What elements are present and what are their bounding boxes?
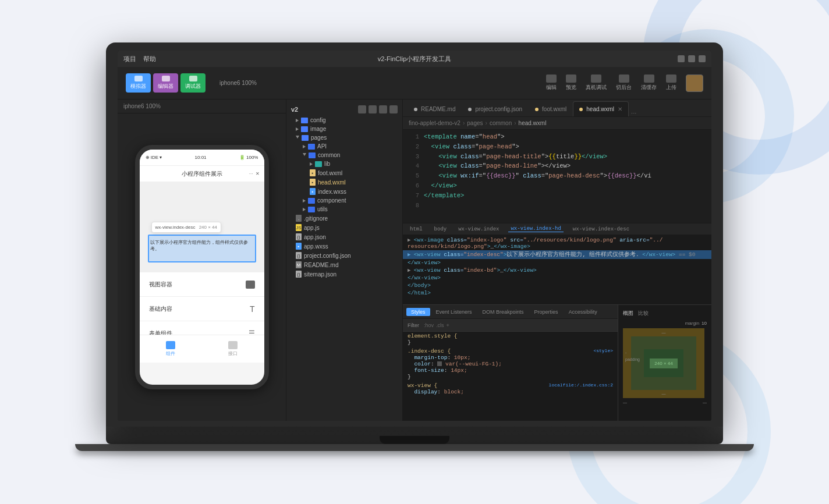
code-editor[interactable]: 1 <template name="head"> 2 <view class="… [403,130,711,223]
css-plus-btn[interactable]: + [447,322,449,328]
tree-file-app-js[interactable]: JS app.js [286,223,402,232]
tree-folder-pages[interactable]: pages [286,133,402,142]
tree-file-sitemap[interactable]: {} sitemap.json [286,269,402,279]
action-background[interactable]: 切后台 [616,74,632,91]
inspector-line-1[interactable]: ▶ <wx-image class="index-logo" src="../r… [403,236,711,250]
tree-file-readme[interactable]: M README.md [286,260,402,269]
tree-file-index-wxss[interactable]: ▪ index.wxss [286,187,402,196]
inspector-tab-index-desc[interactable]: wx-view.index-desc [571,226,632,232]
css-tab-accessibility[interactable]: Accessibility [564,308,602,316]
inspector-attr-desc-class: class [444,251,460,258]
maximize-button[interactable] [688,55,695,62]
tree-folder-component[interactable]: component [286,196,402,205]
action-clear-cache[interactable]: 清缓存 [641,74,657,91]
new-file-button[interactable] [358,105,366,113]
css-tab-styles[interactable]: Styles [406,308,430,316]
file-app-wxss-label: app.wxss [304,243,328,250]
inspector-tab-index-hd[interactable]: wx-view.index-hd [508,226,563,232]
phone-tab-components[interactable]: 组件 [140,335,202,363]
css-panel-tabs: Styles Event Listeners DOM Breakpoints P… [403,305,618,319]
inspector-tag-index-bd-close: </wx-view> [504,267,537,274]
mode-edit-button[interactable]: 编辑器 [153,73,178,93]
tag-view-4: <view [438,162,460,169]
refresh-button[interactable] [379,105,387,113]
inspector-close-body: </body> [408,282,431,289]
line-content-7: </template> [424,191,707,201]
preview-panel: iphone6 100% ⊕ IDE ▾ 10:01 🔋 100% 小程序组件展… [118,100,286,421]
phone-tab-api[interactable]: 接口 [202,335,264,363]
tree-file-gitignore[interactable]: . .gitignore [286,214,402,223]
template-bracket-close: }} [574,153,582,160]
inspector-line-desc[interactable]: ▶ <wx-view class="index-desc">以下展示小程序官方组… [403,250,711,259]
tree-file-app-wxss[interactable]: ▪ app.wxss [286,242,402,251]
inspector-line-4[interactable]: ▶ <wx-view class="index-bd">_</wx-view> [403,267,711,274]
phone-menu-item-2[interactable]: 基础内容 T [140,297,264,321]
folder-icon-component [308,198,315,204]
css-panel: Styles Event Listeners DOM Breakpoints P… [403,305,711,421]
css-source-link[interactable]: localfile:/.index.css:2 [549,382,613,388]
css-tab-event-listeners[interactable]: Event Listeners [431,308,477,316]
tab-head-wxml[interactable]: head.wxml ✕ [573,101,629,116]
action-preview[interactable]: 预览 [566,74,576,91]
user-avatar[interactable] [686,74,703,92]
file-gitignore-label: .gitignore [304,215,328,222]
tag-close-template: </template> [424,192,464,199]
css-tab-dom-breakpoints[interactable]: DOM Breakpoints [478,308,529,316]
close-button[interactable] [699,55,706,62]
inspector-close-html: </html> [408,290,431,296]
phone-close-icon[interactable]: ✕ [256,171,260,176]
tree-folder-utils[interactable]: utils [286,205,402,214]
mode-simulate-button[interactable]: 模拟器 [126,73,151,93]
tree-folder-config[interactable]: config [286,116,402,125]
tab-foot-wxml[interactable]: foot.wxml [529,101,573,116]
mode-debug-button[interactable]: 调试器 [180,73,206,93]
code-line-6: 6 </view> [403,181,711,191]
tree-folder-image[interactable]: image [286,125,402,133]
collapse-button[interactable] [389,105,398,113]
tree-file-project-config[interactable]: {} project.config.json [286,251,402,260]
tree-file-app-json[interactable]: {} app.json [286,232,402,242]
inspector-line-5[interactable]: </wx-view> [403,274,711,282]
tree-folder-api[interactable]: API [286,142,402,151]
folder-api-label: API [317,143,327,150]
new-folder-button[interactable] [369,105,377,113]
inspector-tab-html[interactable]: html [408,226,425,232]
phone-status-right: 🔋 100% [239,155,258,160]
tab-project-config[interactable]: project.config.json [462,101,529,116]
box-model-title: 概图 比较 [623,310,707,317]
tab-readme[interactable]: README.md [408,101,462,116]
inspector-line-6[interactable]: </body> [403,282,711,289]
mode-group: 模拟器 编辑器 调试器 [126,73,206,93]
css-source-style[interactable]: <style> [593,348,613,353]
inspector-tab-body[interactable]: body [432,226,449,232]
inspector-attr-aria: aria-src [619,237,646,243]
phone-more-icon[interactable]: ··· [249,171,253,176]
line-num-7: 7 [408,191,419,201]
action-edit[interactable]: 编辑 [546,74,557,91]
menu-help[interactable]: 帮助 [143,55,156,63]
tree-folder-lib[interactable]: lib [286,159,402,168]
action-upload[interactable]: 上传 [666,74,676,91]
css-prop-display: display [414,389,437,395]
css-hov-btn[interactable]: :hov [424,322,434,328]
action-real-debug[interactable]: 真机调试 [586,74,607,91]
code-line-3: 3 <view class="page-head-title">{{title}… [403,152,711,162]
css-cls-btn[interactable]: .cls [436,322,444,328]
inspector-tab-index[interactable]: wx-view.index [456,226,501,232]
tab-more-button[interactable]: ··· [631,109,636,116]
tree-file-head-wxml[interactable]: ▪ head.wxml [286,178,402,187]
inspector-line-3[interactable]: </wx-view> [403,259,711,267]
minimize-button[interactable] [678,55,685,62]
inspector-tag-index-bd: <wx-view [414,267,444,274]
phone-menu-item-1[interactable]: 视图容器 [140,272,264,297]
str-page-head-desc: page-head-desc [548,172,600,179]
menu-project[interactable]: 项目 [123,55,136,63]
tab-close-head-wxml[interactable]: ✕ [618,106,622,112]
inspector-attr-index-bd: class [444,267,460,274]
css-tab-properties[interactable]: Properties [530,308,563,316]
tree-file-foot-wxml[interactable]: ▪ foot.wxml [286,168,402,178]
chevron-component [303,199,306,203]
tree-folder-common[interactable]: common [286,151,402,159]
inspector-line-7[interactable]: </html> [403,289,711,297]
tab-icon-readme [414,108,417,111]
